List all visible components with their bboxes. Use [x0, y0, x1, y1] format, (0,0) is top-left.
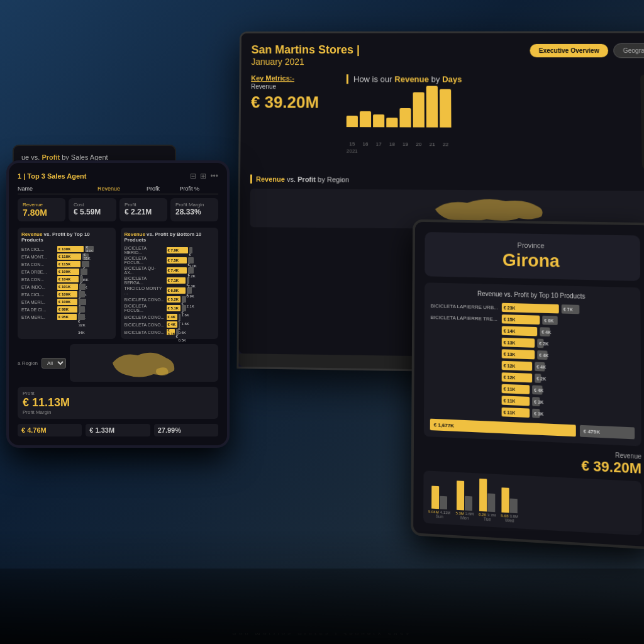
weekly-day-sun: Sun	[435, 514, 443, 519]
product-name-9	[430, 397, 499, 400]
weekly-group-sun: 5.04M 4.11M Sun	[428, 476, 451, 519]
product-prof-bar-1: € 7K	[562, 304, 580, 314]
top10-row-8: ETA MERI... € 100K € 36K	[21, 299, 112, 305]
province-name: Girona	[432, 248, 633, 273]
day-label-21: 21	[426, 142, 438, 147]
product-prof-label-5: € 4K	[539, 353, 548, 358]
weekly-gold-bar-sun	[431, 486, 439, 509]
laptop-header: San Martins Stores | January 2021 Execut…	[251, 43, 644, 67]
bottom10-name-7: BICICLETA FOCUS...	[125, 304, 165, 313]
product-rev-bar-2: € 15K	[502, 314, 540, 325]
bottom10-row-9: BICICLETA CONO... € 4K € 0.5K	[125, 321, 215, 328]
bottom10-rev-5: € 6.9K	[167, 287, 186, 294]
weekly-gray-bar-wed	[510, 499, 518, 514]
totals-row: € 1,677K € 479K	[430, 419, 635, 440]
geo-overview-btn[interactable]: Geographical Overview	[613, 43, 644, 58]
top10-row-10: ETA MERI... € 95K € 34K	[21, 314, 112, 320]
top10-prof-3: € 36K	[82, 261, 89, 267]
grid-icon[interactable]: ⊞	[200, 172, 206, 180]
metric-cost-card: Cost € 5.59M	[69, 198, 116, 221]
more-icon[interactable]: •••	[210, 172, 218, 180]
bottom10-row-2: BICICLETA FOCUS... € 7.5K € 2.2K	[125, 256, 215, 265]
days-chart-container: 15 16 17 18 19 20 21 22 2021	[347, 89, 634, 155]
day-label-22: 22	[440, 142, 451, 147]
day-label-20: 20	[413, 142, 425, 147]
weekly-day-tue: Tue	[484, 516, 491, 521]
bottom-stat-value-3: 27.99%	[158, 426, 214, 434]
bottom-stat-value-2: € 1.33M	[89, 426, 146, 434]
top10-prof-label-1: € 41K	[86, 245, 93, 253]
product-rev-label-9: € 11K	[504, 398, 516, 403]
revenue-panel: Revenue BICICLETA C... BICICLETA M... BI…	[640, 75, 644, 170]
bottom10-name-5: TRICICLO MONTY ...	[125, 286, 165, 295]
top10-row-5: ETA CON... € 104K € 14K	[21, 276, 112, 282]
top10-prof-6: € 32K	[79, 284, 86, 290]
day-bar-20	[413, 92, 425, 128]
metric-margin-label: Profit Margin	[175, 202, 213, 208]
exec-overview-btn[interactable]: Executive Overview	[530, 44, 608, 57]
top10-row-6: ETA INDO... € 101K € 32K	[21, 284, 112, 290]
laptop-main-content: Key Metrics:- Revenue € 39.20M How is ou…	[250, 74, 644, 169]
bottom10-revenue-word: Revenue	[125, 231, 145, 237]
product-prof-bar-3: € 4K	[540, 327, 550, 336]
product-rev-bar-9: € 11K	[502, 396, 530, 406]
bottom10-row-1: BICICLETA MERID... € 7.9K € 1.0K	[125, 246, 215, 255]
profit-total-label: Profit	[23, 391, 213, 396]
day-label-18: 18	[386, 142, 397, 147]
top10-rev-3: € 115K	[57, 261, 80, 267]
top10-rev-label-7: € 100K	[58, 292, 70, 296]
reflection-bar: San Martins Stores | January 2021	[0, 569, 644, 644]
top10-name-4: ETA ORBE...	[21, 270, 56, 274]
metric-revenue-label: Revenue	[23, 202, 60, 208]
top10-rev-5: € 104K	[57, 276, 79, 282]
bottom10-prof-9: € 0.5K	[179, 321, 180, 328]
total-profit-bar: € 479K	[579, 425, 635, 440]
th-profit-pct: Profit %	[162, 186, 199, 192]
bottom10-row-8: BICICLETA CONO... € 4K € 0.6K	[125, 314, 215, 320]
bottom-stat-1: € 4.76M	[18, 424, 82, 436]
phone-map-svg	[70, 344, 218, 382]
day-label-17: 17	[373, 142, 384, 147]
product-prof-label-2: € 6K	[544, 318, 553, 323]
top10-row-9: ETA DE CI... € 98K € 32K	[21, 306, 112, 313]
product-prof-bar-9: € 3K	[532, 397, 540, 406]
total-revenue-label: € 1,677K	[434, 421, 454, 428]
bottom10-prof-1: € 1.0K	[189, 247, 192, 253]
top10-title: Revenue vs. Profit by Top 10 Products	[431, 289, 634, 301]
product-rev-label-10: € 11K	[504, 410, 516, 415]
phone-region-select[interactable]: All	[42, 358, 66, 369]
product-prof-label-8: € 4K	[534, 387, 543, 392]
weekly-gray-bar-mon	[465, 496, 472, 511]
product-prof-label-6: € 4K	[536, 364, 546, 369]
phone-toolbar: ⊟ ⊞ •••	[190, 172, 218, 180]
day-bar-17	[373, 114, 384, 127]
top10-prof-5: € 14K	[80, 276, 83, 282]
laptop-title: San Martins Stores | January 2021	[251, 43, 360, 67]
key-metrics-panel: Key Metrics:- Revenue € 39.20M	[250, 74, 339, 167]
top10-prof-10: € 34K	[78, 314, 85, 320]
bottom10-row-4: BICICLETA BERGA... € 7.1K € 0.9K	[125, 276, 215, 285]
bottom-stat-3: 27.99%	[154, 424, 218, 436]
two-col-tables: Revenue vs. Profit by Top 10 Products ET…	[18, 228, 218, 339]
profit-margin-label: Profit Margin	[23, 409, 213, 415]
product-rev-label-2: € 15K	[504, 317, 516, 322]
top10-table-title: Revenue vs. Profit by Top 10 Products	[21, 231, 112, 243]
metric-cost-label: Cost	[74, 202, 111, 208]
bottom10-rev-1: € 7.9K	[167, 247, 188, 253]
chart-year-label: 2021	[347, 148, 634, 155]
top10-row-2: ETA MONT... € 118K € 31K	[21, 253, 112, 260]
reflection-overlay	[0, 531, 644, 644]
revenue-sub-label: Revenue	[251, 83, 339, 90]
bottom10-rev-10: € 3.1K	[167, 329, 175, 335]
bottom10-prof-3: € 2.3K	[188, 267, 194, 274]
top10-rev-label-6: € 101K	[58, 285, 70, 289]
reflection-text: San Martins Stores | January 2021	[232, 633, 412, 635]
filter-icon[interactable]: ⊟	[190, 172, 196, 180]
province-card: Province Girona	[425, 232, 640, 281]
product-prof-label-10: € 3K	[534, 411, 543, 416]
day-bar-18	[386, 118, 397, 127]
day-bar-15	[347, 116, 358, 127]
bottom10-rev-label-8: € 4K	[168, 315, 176, 319]
top10-rev-label-1: € 130K	[58, 247, 70, 251]
weekly-bars-sun	[431, 476, 447, 509]
